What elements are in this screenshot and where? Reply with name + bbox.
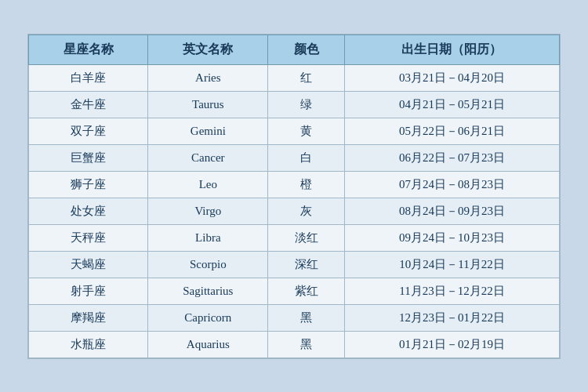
header-color: 颜色 [268, 34, 345, 64]
table-row: 巨蟹座Cancer白06月22日－07月23日 [29, 144, 560, 171]
cell-dates: 09月24日－10月23日 [344, 224, 559, 251]
cell-dates: 08月24日－09月23日 [344, 198, 559, 224]
cell-dates: 11月23日－12月22日 [344, 278, 559, 304]
table-row: 狮子座Leo橙07月24日－08月23日 [29, 171, 560, 198]
table-row: 射手座Sagittarius紫红11月23日－12月22日 [29, 278, 560, 304]
header-chinese-name: 星座名称 [29, 34, 148, 64]
zodiac-table: 星座名称 英文名称 颜色 出生日期（阳历） 白羊座Aries红03月21日－04… [28, 34, 560, 358]
cell-english-name: Libra [148, 224, 268, 251]
cell-chinese-name: 水瓶座 [29, 331, 148, 358]
cell-color: 深红 [268, 251, 345, 278]
cell-english-name: Aquarius [148, 331, 268, 358]
table-row: 双子座Gemini黄05月22日－06月21日 [29, 118, 560, 144]
cell-chinese-name: 狮子座 [29, 171, 148, 198]
cell-dates: 03月21日－04月20日 [344, 64, 559, 91]
cell-chinese-name: 双子座 [29, 118, 148, 144]
table-row: 处女座Virgo灰08月24日－09月23日 [29, 198, 560, 224]
cell-color: 紫红 [268, 278, 345, 304]
cell-dates: 12月23日－01月22日 [344, 304, 559, 331]
cell-color: 橙 [268, 171, 345, 198]
cell-english-name: Gemini [148, 118, 268, 144]
cell-dates: 10月24日－11月22日 [344, 251, 559, 278]
cell-chinese-name: 白羊座 [29, 64, 148, 91]
cell-dates: 04月21日－05月21日 [344, 91, 559, 118]
cell-color: 灰 [268, 198, 345, 224]
cell-color: 黑 [268, 304, 345, 331]
table-row: 金牛座Taurus绿04月21日－05月21日 [29, 91, 560, 118]
cell-color: 黄 [268, 118, 345, 144]
cell-color: 黑 [268, 331, 345, 358]
table-row: 水瓶座Aquarius黑01月21日－02月19日 [29, 331, 560, 358]
cell-color: 淡红 [268, 224, 345, 251]
table-body: 白羊座Aries红03月21日－04月20日金牛座Taurus绿04月21日－0… [29, 64, 560, 358]
cell-chinese-name: 金牛座 [29, 91, 148, 118]
cell-chinese-name: 天秤座 [29, 224, 148, 251]
table-row: 摩羯座Capricorn黑12月23日－01月22日 [29, 304, 560, 331]
header-english-name: 英文名称 [148, 34, 268, 64]
cell-chinese-name: 巨蟹座 [29, 144, 148, 171]
table-header-row: 星座名称 英文名称 颜色 出生日期（阳历） [29, 34, 560, 64]
cell-english-name: Virgo [148, 198, 268, 224]
cell-english-name: Cancer [148, 144, 268, 171]
table-row: 天蝎座Scorpio深红10月24日－11月22日 [29, 251, 560, 278]
cell-dates: 07月24日－08月23日 [344, 171, 559, 198]
cell-english-name: Taurus [148, 91, 268, 118]
cell-dates: 05月22日－06月21日 [344, 118, 559, 144]
cell-chinese-name: 摩羯座 [29, 304, 148, 331]
cell-chinese-name: 处女座 [29, 198, 148, 224]
cell-color: 绿 [268, 91, 345, 118]
cell-english-name: Leo [148, 171, 268, 198]
table-row: 白羊座Aries红03月21日－04月20日 [29, 64, 560, 91]
cell-english-name: Sagittarius [148, 278, 268, 304]
cell-english-name: Aries [148, 64, 268, 91]
cell-english-name: Scorpio [148, 251, 268, 278]
header-dates: 出生日期（阳历） [344, 34, 559, 64]
cell-color: 白 [268, 144, 345, 171]
cell-dates: 01月21日－02月19日 [344, 331, 559, 358]
table-row: 天秤座Libra淡红09月24日－10月23日 [29, 224, 560, 251]
cell-dates: 06月22日－07月23日 [344, 144, 559, 171]
zodiac-table-container: 星座名称 英文名称 颜色 出生日期（阳历） 白羊座Aries红03月21日－04… [27, 34, 561, 359]
cell-chinese-name: 射手座 [29, 278, 148, 304]
cell-chinese-name: 天蝎座 [29, 251, 148, 278]
cell-color: 红 [268, 64, 345, 91]
cell-english-name: Capricorn [148, 304, 268, 331]
